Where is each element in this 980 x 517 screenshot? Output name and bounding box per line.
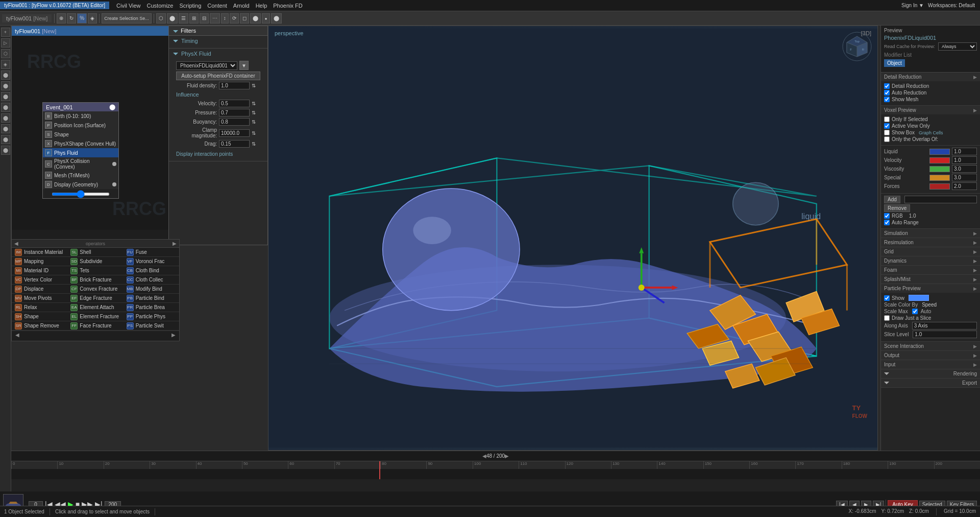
viscosity-value[interactable]	[952, 165, 977, 173]
phxfd-dropdown[interactable]: PhoenixFDLiquid001	[176, 61, 237, 70]
event-item-birth[interactable]: B Birth (0-10: 100)	[43, 111, 118, 121]
dynamics-title[interactable]: Dynamics ▶	[881, 256, 980, 265]
remove-btn[interactable]: Remove	[884, 204, 910, 212]
auto-reduction-check[interactable]	[884, 90, 890, 96]
grid-title[interactable]: Grid ▶	[881, 247, 980, 256]
auto-range-check[interactable]	[884, 220, 890, 225]
detail-reduction-check[interactable]	[884, 83, 890, 89]
node-slider[interactable]	[43, 189, 118, 198]
op-particle-bind[interactable]: PB Particle Bind	[124, 294, 179, 303]
particle-preview-title[interactable]: Particle Preview ▶	[881, 284, 980, 293]
toolbar-btn-15[interactable]: ⬤	[271, 13, 282, 24]
op-material-id[interactable]: MI Material ID	[12, 266, 67, 275]
toolbar-btn-1[interactable]: ⊕	[57, 13, 66, 24]
toolbar-btn-5[interactable]: ⬤	[167, 13, 178, 24]
voxel-preview-title[interactable]: Voxel Preview ▶	[881, 106, 980, 114]
op-fuse[interactable]: FU Fuse	[124, 248, 179, 257]
splash-mist-title[interactable]: Splash/Mist ▶	[881, 275, 980, 284]
toolbar-btn-11[interactable]: ⟳	[230, 13, 239, 24]
forces-color-swatch[interactable]	[929, 183, 950, 190]
op-subdivide[interactable]: SD Subdivide	[67, 257, 123, 266]
op-voronoi[interactable]: VF Voronoi Frac	[124, 257, 179, 266]
menu-content[interactable]: Content	[207, 3, 227, 9]
left-btn-6[interactable]: ⬤	[1, 81, 10, 90]
drag-input[interactable]	[219, 140, 250, 148]
left-btn-3[interactable]: ⬡	[1, 49, 10, 58]
liquid-color-swatch[interactable]	[929, 149, 950, 155]
toolbar-btn-9[interactable]: ⋯	[210, 13, 220, 24]
add-input[interactable]	[904, 196, 977, 203]
input-title[interactable]: Input ▶	[881, 360, 980, 369]
special-color-swatch[interactable]	[929, 175, 950, 181]
node-slider-input[interactable]	[52, 193, 110, 196]
auto-setup-btn[interactable]: Auto-setup PhoenixFD container	[176, 72, 260, 80]
op-move-pivots[interactable]: MV Move Pivots	[12, 294, 67, 303]
scene-interaction-title[interactable]: Scene Interaction ▶	[881, 342, 980, 350]
op-displace[interactable]: DP Displace	[12, 285, 67, 294]
toolbar-btn-10[interactable]: ↕	[221, 13, 229, 24]
viewport[interactable]: RRCG RRCG REDEFINE FX.COM RRCG perspecti…	[268, 26, 878, 451]
export-title[interactable]: Export	[881, 379, 980, 387]
op-cloth-bind[interactable]: CB Cloth Bind	[124, 266, 179, 275]
buoyancy-arrows[interactable]: ⇅	[252, 119, 256, 125]
along-axis-input[interactable]	[912, 322, 977, 330]
buoyancy-input[interactable]	[219, 118, 250, 126]
event-item-physfluid[interactable]: F Phys Fluid	[43, 148, 118, 157]
left-btn-8[interactable]: ⬤	[1, 103, 10, 112]
sign-in-btn[interactable]: Sign In ▼	[901, 3, 924, 8]
event-item-physxshape[interactable]: X PhysXShape (Convex Hull)	[43, 139, 118, 148]
op-tets[interactable]: TS Tets	[67, 266, 123, 275]
op-particle-phys[interactable]: PP Particle Phys	[124, 312, 179, 321]
fluid-density-input[interactable]	[219, 82, 250, 89]
scale-max-auto-check[interactable]	[912, 309, 918, 314]
pp-show-check[interactable]	[884, 295, 890, 301]
velocity-input[interactable]	[219, 100, 250, 107]
object-tag[interactable]: Object	[884, 59, 905, 67]
pressure-arrows[interactable]: ⇅	[252, 110, 256, 115]
toolbar-btn-4[interactable]: ⬡	[156, 13, 166, 24]
clamp-input[interactable]	[219, 129, 250, 137]
op-cloth-collect[interactable]: CC Cloth Collec	[124, 275, 179, 285]
event-item-position[interactable]: P Position Icon (Surface)	[43, 121, 118, 130]
event-item-display[interactable]: D Display (Geometry)	[43, 180, 118, 189]
left-btn-7[interactable]: ⬤	[1, 92, 10, 101]
fluid-density-arrows[interactable]: ⇅	[252, 83, 256, 88]
liquid-value[interactable]	[952, 148, 977, 155]
left-btn-2[interactable]: ▷	[1, 38, 10, 48]
detail-reduction-title[interactable]: Detail Reduction ▶	[881, 73, 980, 81]
resimulation-title[interactable]: Resimulation ▶	[881, 238, 980, 247]
menu-civil-view[interactable]: Civil View	[116, 3, 140, 9]
op-relax[interactable]: RL Relax	[12, 303, 67, 312]
output-title[interactable]: Output ▶	[881, 351, 980, 360]
op-face-fracture[interactable]: FF Face Fracture	[67, 321, 123, 331]
menu-phoenix-fd[interactable]: Phoenix FD	[273, 3, 302, 9]
toolbar-btn-7[interactable]: ⊞	[189, 13, 199, 24]
toolbar-btn-6[interactable]: ☰	[179, 13, 188, 24]
left-btn-5[interactable]: ⬤	[1, 70, 10, 80]
op-vertex-color[interactable]: VC Vertex Color	[12, 275, 67, 285]
overlap-check[interactable]	[884, 136, 890, 142]
add-btn[interactable]: Add	[884, 196, 900, 203]
rgb-check[interactable]	[884, 213, 890, 219]
event-item-physxcollision[interactable]: C PhysX Collision (Convex)	[43, 157, 118, 171]
op-shape-remove[interactable]: SR Shape Remove	[12, 321, 67, 331]
op-convex-fracture[interactable]: CF Convex Fracture	[67, 285, 123, 294]
velocity-arrows[interactable]: ⇅	[252, 101, 256, 106]
menu-customize[interactable]: Customize	[147, 3, 174, 9]
left-btn-1[interactable]: +	[1, 28, 10, 37]
timing-label[interactable]: Timing	[173, 38, 263, 44]
menu-arnold[interactable]: Arnold	[233, 3, 250, 9]
workspaces-label[interactable]: Workspaces: Default	[928, 3, 975, 8]
op-shell[interactable]: SL Shell	[67, 248, 123, 257]
op-shape-op[interactable]: SH Shape	[12, 312, 67, 321]
op-edge-fracture[interactable]: EF Edge Fracture	[67, 294, 123, 303]
menu-scripting[interactable]: Scripting	[180, 3, 202, 9]
viscosity-color-swatch[interactable]	[929, 166, 950, 172]
op-particle-switch[interactable]: PS Particle Swit	[124, 321, 179, 331]
simulation-title[interactable]: Simulation ▶	[881, 229, 980, 238]
toolbar-btn-2[interactable]: ↻	[67, 13, 76, 24]
timeline-playhead[interactable]	[379, 461, 380, 479]
dropdown-arrow-btn[interactable]: ▼	[239, 61, 249, 70]
op-scroll-left[interactable]: ◀	[14, 241, 19, 246]
event-item-mesh[interactable]: M Mesh (TriMesh)	[43, 171, 118, 180]
